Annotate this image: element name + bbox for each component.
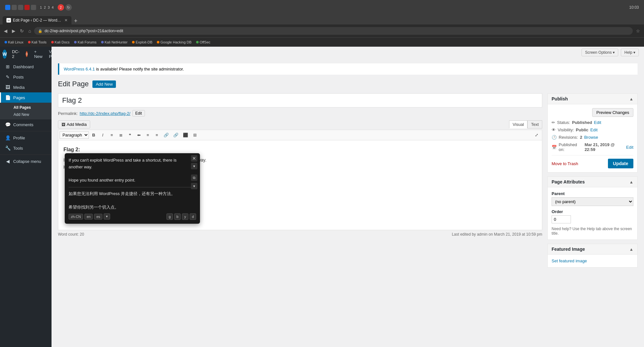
reload-button[interactable]: ↻ xyxy=(19,28,25,34)
bold-button[interactable]: B xyxy=(90,131,98,139)
app-icon-4 xyxy=(24,5,30,10)
new-tab-button[interactable]: + xyxy=(73,18,79,24)
permalink-url[interactable]: http://dc-2/index.php/flag-2/ xyxy=(80,111,130,116)
post-title-input[interactable] xyxy=(58,93,542,108)
google-translate-button[interactable]: g xyxy=(166,213,173,220)
featured-image-body: Set featured image xyxy=(548,255,637,267)
sidebar-label-pages: Pages xyxy=(13,95,25,100)
bookmark-kali-nethunter[interactable]: Kali NetHunter xyxy=(99,40,130,45)
sidebar-item-collapse[interactable]: ◀ Collapse menu xyxy=(0,156,52,166)
sidebar-item-posts[interactable]: ✎ Posts xyxy=(0,72,52,82)
site-name[interactable]: DC-2 xyxy=(12,49,19,59)
page-attributes-toggle[interactable]: ▲ xyxy=(629,180,633,184)
bookmark-exploit-db[interactable]: Exploit-DB xyxy=(130,40,154,45)
home-button[interactable]: ⌂ xyxy=(27,28,32,34)
parent-label: Parent xyxy=(552,191,633,196)
visibility-icon: 👁 xyxy=(552,127,556,132)
sidebar-item-pages[interactable]: 📄 Pages xyxy=(0,92,52,103)
align-right-button[interactable]: ≡ xyxy=(153,131,161,139)
align-left-button[interactable]: ⬅ xyxy=(135,131,143,139)
forward-button[interactable]: ▶ xyxy=(11,28,17,34)
lang-zh-cn-button[interactable]: zh-CN xyxy=(69,214,83,220)
view-page-link[interactable]: View Page xyxy=(49,49,52,59)
publish-panel-header[interactable]: Publish ▲ xyxy=(548,94,637,104)
featured-image-toggle[interactable]: ▲ xyxy=(629,247,633,252)
sidebar-item-comments[interactable]: 💬 Comments xyxy=(0,119,52,130)
italic-button[interactable]: I xyxy=(99,131,107,139)
tab-visual[interactable]: Visual xyxy=(509,120,527,128)
bookmark-offsec[interactable]: OffSec xyxy=(194,40,212,45)
lang-en-button[interactable]: en xyxy=(84,214,93,220)
close-tab-button[interactable]: ✕ xyxy=(64,18,68,23)
lang-es-button[interactable]: es xyxy=(94,214,102,220)
bookmark-kali-forums[interactable]: Kali Forums xyxy=(72,40,99,45)
sidebar-item-media[interactable]: 🖼 Media xyxy=(0,82,52,92)
popup-copy-button[interactable]: ⧉ xyxy=(191,174,197,181)
new-content-button[interactable]: + New xyxy=(34,49,43,59)
page-attributes-title: Page Attributes xyxy=(552,179,585,184)
visibility-edit-link[interactable]: Edit xyxy=(590,127,597,132)
bookmark-kali-linux[interactable]: Kali Linux xyxy=(3,40,25,45)
ordered-list-button[interactable]: ≣ xyxy=(117,131,125,139)
popup-expand-button[interactable]: ▼ xyxy=(191,163,197,169)
add-media-button[interactable]: 🖼 Add Media xyxy=(58,120,90,128)
popup-expand2-button[interactable]: ▼ xyxy=(191,183,197,189)
blockquote-button[interactable]: ❝ xyxy=(126,131,134,139)
revisions-count: 2 xyxy=(580,135,582,140)
back-button[interactable]: ◀ xyxy=(3,28,9,34)
wp-logo[interactable]: W xyxy=(3,50,7,59)
status-value: Published xyxy=(572,120,592,125)
set-featured-image-link[interactable]: Set featured image xyxy=(552,258,587,263)
sidebar-item-add-new-page[interactable]: Add New xyxy=(11,111,52,118)
featured-image-panel-header[interactable]: Featured Image ▲ xyxy=(548,244,637,255)
pages-icon: 📄 xyxy=(5,95,11,100)
screen-options-button[interactable]: Screen Options ▾ xyxy=(582,49,618,56)
paragraph-format-select[interactable]: Paragraph Heading 1 Heading 2 Heading 3 xyxy=(60,131,89,139)
publish-panel-toggle[interactable]: ▲ xyxy=(629,97,633,101)
popup-close-button[interactable]: ✕ xyxy=(191,155,197,162)
unordered-list-button[interactable]: ≡ xyxy=(108,131,116,139)
bookmark-button[interactable]: ☆ xyxy=(635,28,641,34)
revisions-icon: 🕐 xyxy=(552,135,557,140)
address-bar[interactable]: 🔒 dc-2/wp-admin/post.php?post=21&action=… xyxy=(34,27,633,35)
published-date-edit-link[interactable]: Edit xyxy=(626,145,633,150)
yandex-translate-button[interactable]: y xyxy=(182,213,188,220)
update-button[interactable]: Update xyxy=(608,159,633,168)
sidebar-nav: ⊞ Dashboard ✎ Posts 🖼 Media 📄 Pages All … xyxy=(0,61,52,166)
order-input[interactable] xyxy=(552,215,571,223)
align-center-button[interactable]: ≡ xyxy=(144,131,152,139)
parent-select[interactable]: (no parent) xyxy=(552,197,633,206)
sidebar-item-dashboard[interactable]: ⊞ Dashboard xyxy=(0,61,52,72)
deepl-translate-button[interactable]: d xyxy=(190,213,196,220)
page-attributes-panel-header[interactable]: Page Attributes ▲ xyxy=(548,177,637,187)
remove-link-button[interactable]: 🔗 xyxy=(171,131,180,139)
fullscreen-button[interactable]: ⤢ xyxy=(532,131,541,139)
page-attributes-panel: Page Attributes ▲ Parent (no parent) xyxy=(547,176,638,240)
browse-revisions-link[interactable]: Browse xyxy=(584,135,598,140)
edit-permalink-button[interactable]: Edit xyxy=(132,110,145,117)
status-edit-link[interactable]: Edit xyxy=(594,120,601,125)
table-button[interactable]: ⊞ xyxy=(191,131,199,139)
preview-changes-button[interactable]: Preview Changes xyxy=(592,108,633,117)
add-new-page-button[interactable]: Add New xyxy=(92,80,116,88)
editor-area: Permalink: http://dc-2/index.php/flag-2/… xyxy=(58,93,542,271)
sidebar-item-all-pages[interactable]: All Pages xyxy=(11,104,52,111)
sidebar-item-tools[interactable]: 🔧 Tools xyxy=(0,143,52,153)
comment-count-badge[interactable]: 0 xyxy=(26,51,28,57)
insert-link-button[interactable]: 🔗 xyxy=(162,131,171,139)
move-to-trash-link[interactable]: Move to Trash xyxy=(552,161,578,166)
read-more-button[interactable]: ⬛ xyxy=(181,131,190,139)
help-button[interactable]: Help ▾ xyxy=(621,49,639,56)
browser-active-tab[interactable]: W Edit Page ‹ DC-2 — WordPr... ✕ xyxy=(3,16,71,24)
bing-translate-button[interactable]: b xyxy=(174,213,181,220)
sidebar-item-profile[interactable]: 👤 Profile xyxy=(0,133,52,143)
tab-text[interactable]: Text xyxy=(527,120,542,128)
notification-icon: 2 xyxy=(58,4,64,11)
bookmark-kali-docs[interactable]: Kali Docs xyxy=(49,40,71,45)
screen-help-buttons: Screen Options ▾ Help ▾ xyxy=(582,49,639,56)
bookmark-google-hacking[interactable]: Google Hacking DB xyxy=(155,40,194,45)
wp-update-link[interactable]: WordPress 6.4.1 xyxy=(64,67,95,71)
bookmark-kali-tools[interactable]: Kali Tools xyxy=(26,40,49,45)
editor-content[interactable]: Flag 2: If you can't exploit WordPress a… xyxy=(58,140,542,230)
lang-dropdown-button[interactable]: ▾ xyxy=(104,213,110,220)
